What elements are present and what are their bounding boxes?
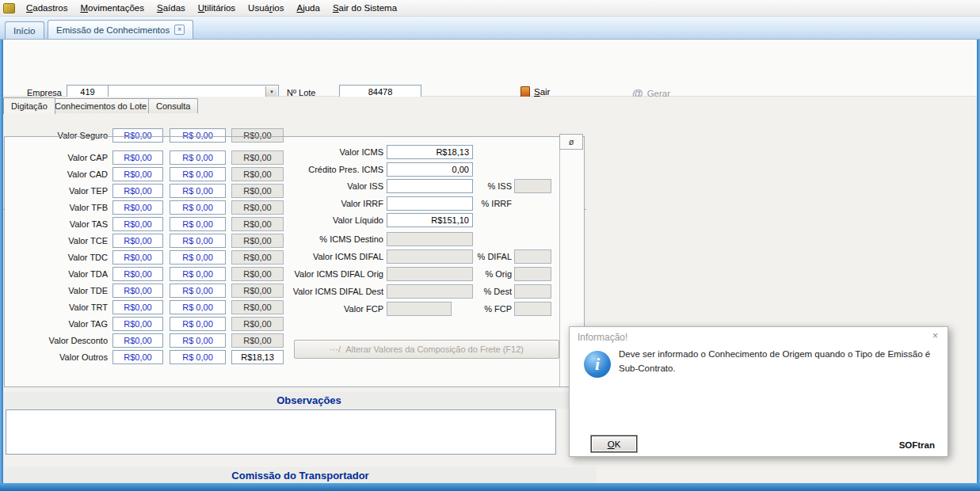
panel-inner-divider xyxy=(559,137,560,386)
totals-label: Valor ICMS DIFAL Orig xyxy=(266,269,383,279)
menu-item-ajuda[interactable]: Ajuda xyxy=(291,2,326,14)
value-input-col2[interactable]: R$ 0,00 xyxy=(170,200,226,215)
empresa-combo-dropdown-icon[interactable]: ▼ xyxy=(265,86,277,97)
menu-item-saidas[interactable]: Saídas xyxy=(151,2,192,14)
value-input-col2[interactable]: R$ 0,00 xyxy=(170,284,226,298)
menu-item-usuarios[interactable]: Usuários xyxy=(242,2,290,14)
observacoes-title: Observações xyxy=(276,394,341,406)
value-input-col2[interactable]: R$ 0,00 xyxy=(170,150,226,165)
value-input-col2[interactable]: R$ 0,00 xyxy=(170,333,226,348)
value-input-col2[interactable]: R$ 0,00 xyxy=(170,250,226,265)
observacoes-textarea[interactable] xyxy=(6,409,556,455)
value-input-col1[interactable]: R$0,00 xyxy=(112,200,163,215)
subtab-conhecimentos-label: Conhecimentos do Lote xyxy=(55,101,147,111)
subtab-consulta-label: Consulta xyxy=(156,101,190,111)
menu-item-sair-do-sistema[interactable]: Sair do Sistema xyxy=(326,2,403,14)
totals-label: Crédito Pres. ICMS xyxy=(266,165,383,174)
menu-item-movimentacoes[interactable]: Movimentações xyxy=(74,2,151,14)
value-input-col2[interactable]: R$ 0,00 xyxy=(170,217,226,231)
value-input-col1[interactable]: R$0,00 xyxy=(112,150,163,165)
value-row-label-partial: Valor Seguro xyxy=(5,131,108,140)
subtab-digitacao[interactable]: Digitação xyxy=(3,97,55,114)
value-input-col2[interactable]: R$ 0,00 xyxy=(170,317,226,331)
value-row-label: Valor TAG xyxy=(5,319,108,329)
value-display-col3: R$0,00 xyxy=(231,333,284,348)
side-tab-glyph: ø xyxy=(569,137,574,147)
totals-input xyxy=(387,302,452,316)
value-input-col1[interactable]: R$0,00 xyxy=(112,267,163,281)
menu-item-cadastros[interactable]: Cadastros xyxy=(20,2,74,14)
sair-button-label: Sair xyxy=(534,87,550,97)
value-input-col2[interactable]: R$ 0,00 xyxy=(170,167,226,181)
pct-label: % ISS xyxy=(448,181,512,191)
value-input-col1[interactable]: R$0,00 xyxy=(112,300,163,314)
value-input-col1[interactable]: R$0,00 xyxy=(112,234,163,248)
exit-door-icon xyxy=(521,86,530,97)
value-row-label: Valor TDC xyxy=(5,253,108,262)
header-panel: Empresa 419 ▼ Impressão Digitação com Im… xyxy=(0,40,980,97)
totals-label: Valor FCP xyxy=(266,304,383,314)
dialog-brand: SOFtran xyxy=(899,440,935,450)
totals-label: Valor ICMS DIFAL xyxy=(266,252,383,261)
subtab-conhecimentos-do-lote[interactable]: Conhecimentos do Lote xyxy=(47,98,154,113)
value-input-col2[interactable]: R$ 0,00 xyxy=(170,234,226,248)
value-row-label: Valor TCE xyxy=(5,236,108,246)
value-row-label: Valor CAD xyxy=(5,169,108,179)
panel-top-border xyxy=(5,136,584,137)
panel-side-tab[interactable]: ø xyxy=(559,134,583,150)
totals-input[interactable]: R$18,13 xyxy=(387,145,473,159)
ok-button[interactable]: OK xyxy=(591,436,637,452)
value-display-col3: R$0,00 xyxy=(231,317,284,331)
value-input-col1[interactable]: R$0,00 xyxy=(112,317,163,331)
menu-item-utilitarios[interactable]: Utilitários xyxy=(192,2,242,14)
observacoes-header: Observações xyxy=(4,392,614,409)
pct-input xyxy=(514,179,551,193)
value-input-col2[interactable]: R$ 0,00 xyxy=(170,350,226,364)
pct-label: % Dest xyxy=(448,287,512,296)
totals-input xyxy=(387,232,473,246)
value-display-col3: R$18,13 xyxy=(231,350,284,364)
value-input-col1[interactable]: R$0,00 xyxy=(112,184,163,198)
value-input-col2[interactable]: R$ 0,00 xyxy=(170,128,226,143)
menu-bar: Cadastros Movimentações Saídas Utilitári… xyxy=(0,0,980,17)
value-input-col1[interactable]: R$0,00 xyxy=(112,333,163,348)
info-icon: i xyxy=(584,351,611,378)
value-input-col2[interactable]: R$ 0,00 xyxy=(170,267,226,281)
sair-button[interactable]: Sair xyxy=(521,86,550,97)
value-input-col1[interactable]: R$0,00 xyxy=(112,167,163,181)
value-input-col1[interactable]: R$0,00 xyxy=(112,284,163,298)
dialog-close-icon[interactable]: × xyxy=(932,331,938,341)
pct-input xyxy=(514,284,551,299)
pct-input xyxy=(514,249,551,264)
value-input-col2[interactable]: R$ 0,00 xyxy=(170,184,226,198)
tab-close-icon[interactable]: × xyxy=(174,25,185,35)
tab-inicio[interactable]: Início xyxy=(5,21,44,39)
totals-label: Valor ICMS DIFAL Dest xyxy=(266,287,383,296)
info-dialog: Informação! × i Deve ser informado o Con… xyxy=(569,326,948,457)
pct-label: % Orig xyxy=(448,269,512,279)
pct-input xyxy=(514,302,551,316)
alterar-valores-button[interactable]: ⋯/ Alterar Valores da Composição do Fret… xyxy=(294,340,559,359)
value-input-col1[interactable]: R$0,00 xyxy=(112,250,163,265)
totals-label: % ICMS Destino xyxy=(266,234,383,244)
value-input-col1[interactable]: R$0,00 xyxy=(112,128,163,143)
value-row-label: Valor CAP xyxy=(5,153,108,162)
totals-input[interactable]: R$151,10 xyxy=(387,213,473,227)
value-row-label: Valor Desconto xyxy=(5,336,108,345)
totals-input[interactable]: 0,00 xyxy=(387,162,473,177)
value-input-col1[interactable]: R$0,00 xyxy=(112,217,163,231)
totals-label: Valor ISS xyxy=(266,181,383,191)
form-panel: Valor Seguro R$0,00 R$ 0,00 R$0,00 Valor… xyxy=(4,136,585,387)
tab-emissao-label: Emissão de Conhecimentos xyxy=(56,25,170,35)
comissao-header: Comissão do Transportador xyxy=(4,467,597,484)
subtab-consulta[interactable]: Consulta xyxy=(148,98,198,113)
value-row-label: Valor TAS xyxy=(5,219,108,229)
value-row-label: Valor TRT xyxy=(5,303,108,312)
value-input-col2[interactable]: R$ 0,00 xyxy=(170,300,226,314)
alterar-valores-label: Alterar Valores da Composição do Frete (… xyxy=(345,344,524,354)
tab-strip: Início Emissão de Conhecimentos × xyxy=(0,17,980,40)
window-edge-right xyxy=(977,40,980,491)
tab-emissao-conhecimentos[interactable]: Emissão de Conhecimentos × xyxy=(48,20,193,39)
value-input-col1[interactable]: R$0,00 xyxy=(112,350,163,364)
window-edge-bottom xyxy=(0,483,980,491)
